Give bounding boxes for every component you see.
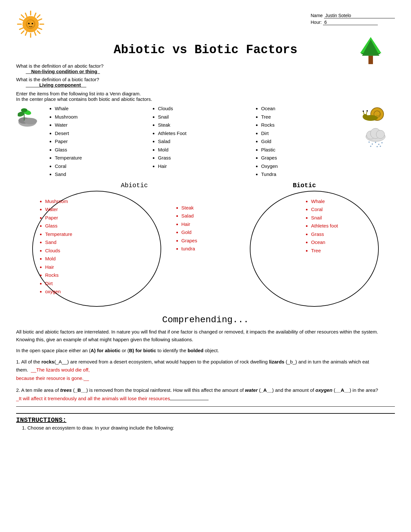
list-item: Athletes foot — [311, 222, 376, 230]
list-item: Dirt — [45, 279, 106, 288]
list-item: Athletes Foot — [158, 129, 253, 138]
venn-right-list: WhaleCoralSnailAthletes footGrassOceanTr… — [311, 197, 376, 255]
svg-line-11 — [34, 32, 36, 35]
svg-point-46 — [381, 142, 383, 143]
title-row: Abiotic vs Biotic Factors — [16, 40, 395, 63]
name-field: Name Justin Sotelo — [311, 13, 395, 18]
list-item: Rocks — [45, 271, 106, 279]
instructions-section: INSTRUCTIONS: Choose an ecosystem to dra… — [16, 413, 395, 432]
list-item: Gold — [261, 137, 356, 146]
list-item: Water — [55, 121, 150, 129]
comprehending-paragraph: All biotic and abiotic factors are inter… — [16, 328, 395, 343]
svg-line-4 — [21, 15, 24, 17]
biotic-label: Biotic — [293, 182, 316, 189]
hour-value: 6 — [323, 20, 378, 25]
list-item: Clouds — [158, 104, 253, 113]
list-item: Gold — [181, 228, 236, 237]
questions: 1. All of the rocks(_A__) are removed fr… — [16, 358, 395, 403]
question-intro: In the open space place either an (A) fo… — [16, 347, 395, 354]
items-list-col3: OceanTreeRocksDirtGoldPlasticGrapesOxyge… — [253, 104, 356, 179]
list-item: Water — [45, 205, 106, 214]
svg-point-44 — [375, 142, 376, 143]
item-col-2: CloudsSnailSteakAthletes FootSaladMoldGr… — [150, 104, 253, 179]
list-item: Sand — [55, 170, 150, 179]
items-list-col2: CloudsSnailSteakAthletes FootSaladMoldGr… — [150, 104, 253, 170]
svg-point-33 — [363, 114, 368, 119]
venn-left-list: MushroomWaterPaperGlassTemperatureSandCl… — [45, 197, 106, 296]
abiotic-question: What is the definition of an abotic fact… — [16, 63, 103, 69]
list-item: Glass — [45, 222, 106, 230]
name-value: Justin Sotelo — [324, 13, 395, 18]
svg-point-41 — [376, 130, 385, 139]
q1-answer: __The lizards would die off, — [31, 367, 90, 372]
list-item: Coral — [55, 162, 150, 170]
instruction-item-1: Choose an ecosystem to draw. In your dra… — [27, 424, 395, 432]
svg-point-49 — [380, 146, 381, 147]
svg-point-26 — [24, 118, 37, 124]
svg-point-36 — [363, 111, 364, 112]
venn-intro: Enter the items from the following list … — [16, 91, 395, 102]
name-label: Name — [311, 13, 323, 18]
list-item: oxygen — [45, 287, 106, 296]
snail-icon — [363, 104, 388, 122]
list-item: Steak — [181, 204, 236, 212]
list-item: Hair — [158, 162, 253, 170]
hour-field: Hour: 6 — [311, 20, 395, 25]
abiotic-definition: What is the definition of an abotic fact… — [16, 63, 395, 74]
svg-line-35 — [366, 111, 367, 114]
question-1: 1. All of the rocks(_A__) are removed fr… — [16, 358, 395, 382]
svg-point-47 — [370, 146, 371, 147]
hour-label: Hour: — [311, 20, 322, 25]
svg-line-15 — [25, 32, 27, 35]
biotic-definition: What is the definition of a biotic facto… — [16, 77, 395, 88]
list-item: Dirt — [261, 129, 356, 138]
answer-line-bottom — [16, 406, 395, 407]
list-item: Grass — [311, 230, 376, 238]
q2-number: 2. — [16, 387, 21, 393]
svg-line-7 — [21, 31, 24, 34]
list-item: Grapes — [181, 237, 236, 245]
list-item: Glass — [55, 146, 150, 154]
venn-intro-line1: Enter the items from the following list … — [16, 91, 395, 96]
definitions-section: What is the definition of an abotic fact… — [16, 63, 395, 88]
list-item: Grapes — [261, 154, 356, 162]
list-item: Plastic — [261, 146, 356, 154]
venn-intro-line2: In the center place what contains both b… — [16, 96, 395, 102]
venn-left-content: MushroomWaterPaperGlassTemperatureSandCl… — [35, 197, 106, 296]
biotic-answer: _____Living component__ — [26, 82, 86, 88]
list-item: Mushroom — [55, 113, 150, 121]
svg-line-13 — [20, 28, 23, 30]
list-item: Desert — [55, 129, 150, 138]
name-hour-block: Name Justin Sotelo Hour: 6 — [311, 13, 395, 25]
list-item: Whale — [311, 197, 376, 206]
comprehending-title: Comprehending... — [16, 315, 395, 325]
svg-line-34 — [363, 111, 364, 115]
question-2: 2. A ten mile area of trees (_B__) is re… — [16, 386, 395, 402]
list-item: Grass — [158, 154, 253, 162]
list-item: Rocks — [261, 121, 356, 129]
items-section: WhaleMushroomWaterDesertPaperGlassTemper… — [16, 104, 395, 179]
list-item: Snail — [311, 214, 376, 222]
items-list-col1: WhaleMushroomWaterDesertPaperGlassTemper… — [47, 104, 150, 179]
svg-rect-19 — [368, 55, 373, 64]
venn-right-content: WhaleCoralSnailAthletes footGrassOceanTr… — [305, 197, 376, 255]
list-item: Salad — [181, 212, 236, 220]
abiotic-answer: __Non-living condition or thing_ — [26, 69, 100, 74]
q1-number: 1. — [16, 359, 21, 364]
svg-point-45 — [378, 144, 379, 145]
instructions-title: INSTRUCTIONS: — [16, 416, 395, 424]
list-item: Hair — [181, 220, 236, 228]
item-col-3: OceanTreeRocksDirtGoldPlasticGrapesOxyge… — [253, 104, 356, 179]
left-decoration — [16, 104, 45, 179]
tree-icon — [356, 36, 385, 65]
right-decoration — [356, 104, 395, 179]
item-columns: WhaleMushroomWaterDesertPaperGlassTemper… — [47, 104, 356, 179]
svg-line-14 — [34, 13, 36, 17]
item-col-1: WhaleMushroomWaterDesertPaperGlassTemper… — [47, 104, 150, 179]
list-item: Paper — [45, 214, 106, 222]
venn-center-list: SteakSaladHairGoldGrapestundra — [181, 204, 236, 253]
tree-decoration — [356, 36, 385, 66]
list-item: Ocean — [311, 238, 376, 247]
list-item: Temperature — [45, 230, 106, 238]
list-item: Tree — [261, 113, 356, 121]
